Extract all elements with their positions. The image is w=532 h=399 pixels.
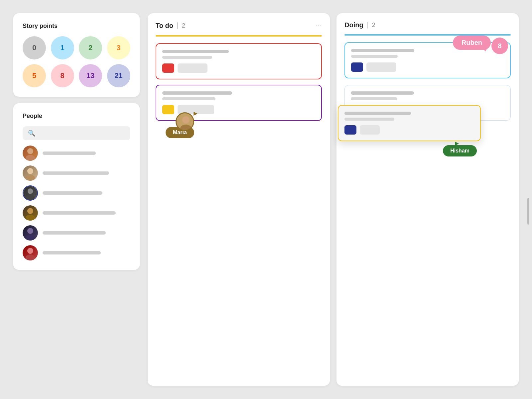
todo-card-2-wrapper: ► Maria — [156, 85, 322, 121]
task-title-bar — [351, 91, 414, 95]
scrollbar-thumb[interactable] — [527, 198, 529, 225]
task-tag — [162, 105, 174, 114]
list-item[interactable] — [23, 205, 130, 221]
list-item[interactable] — [23, 146, 130, 161]
todo-column: To do 2 ··· — [148, 13, 330, 386]
svg-point-9 — [26, 235, 35, 241]
person-name-bar — [43, 211, 116, 215]
story-point-3[interactable]: 3 — [107, 36, 130, 59]
task-tag-row — [162, 63, 315, 73]
list-item[interactable] — [23, 245, 130, 260]
person-list — [23, 146, 130, 260]
doing-column-header: Doing 2 — [344, 21, 511, 29]
avatar — [23, 185, 38, 201]
people-card: People 🔍 — [13, 103, 140, 270]
person-name-bar — [43, 231, 106, 235]
avatar — [23, 245, 38, 260]
svg-point-6 — [27, 208, 33, 214]
story-point-2[interactable]: 2 — [79, 36, 102, 59]
task-tag-bar — [178, 63, 207, 73]
doing-column: Doing 2 Ruben 8 ► — [336, 13, 519, 386]
list-item[interactable] — [23, 165, 130, 181]
todo-count: 2 — [182, 22, 185, 29]
story-point-13[interactable]: 13 — [79, 64, 102, 87]
column-separator — [367, 22, 368, 29]
svg-point-4 — [28, 188, 33, 194]
maria-avatar-wrapper: ► — [176, 112, 194, 131]
dragged-task-subtitle-bar — [344, 118, 394, 121]
main-container: Story points 0 1 2 3 5 8 13 21 People 🔍 — [0, 0, 532, 399]
svg-point-2 — [27, 168, 33, 174]
avatar — [23, 205, 38, 221]
doing-title: Doing — [344, 21, 363, 29]
maria-avatar — [176, 112, 194, 131]
person-name-bar — [43, 191, 102, 195]
people-search-box[interactable]: 🔍 — [23, 126, 130, 140]
maria-cursor-icon: ► — [192, 110, 199, 117]
story-points-card: Story points 0 1 2 3 5 8 13 21 — [13, 13, 140, 97]
task-subtitle-bar — [351, 55, 398, 58]
svg-point-10 — [27, 248, 33, 254]
avatar — [23, 165, 38, 181]
list-item[interactable] — [23, 225, 130, 241]
task-tag-row — [351, 62, 504, 72]
hisham-badge: Hisham — [443, 145, 477, 156]
person-name-bar — [43, 251, 101, 254]
story-point-1[interactable]: 1 — [51, 36, 74, 59]
task-title-bar — [351, 49, 414, 52]
task-subtitle-bar — [351, 97, 397, 100]
story-point-8[interactable]: 8 — [51, 64, 74, 87]
people-title: People — [23, 113, 130, 120]
task-tag-row — [344, 125, 474, 135]
doing-count: 2 — [372, 22, 375, 29]
task-tag — [351, 62, 363, 72]
task-tag — [162, 63, 174, 73]
scrollbar-track[interactable] — [527, 33, 529, 389]
todo-column-header: To do 2 ··· — [156, 21, 322, 30]
story-points-grid: 0 1 2 3 5 8 13 21 — [23, 36, 130, 87]
kanban-area: To do 2 ··· — [148, 13, 519, 386]
story-point-21[interactable]: 21 — [107, 64, 130, 87]
avatar — [23, 225, 38, 241]
story-point-5[interactable]: 5 — [23, 64, 46, 87]
dragged-card[interactable]: ► Hisham — [338, 105, 481, 141]
svg-point-8 — [27, 228, 33, 234]
list-item[interactable] — [23, 185, 130, 201]
todo-title: To do — [156, 22, 173, 30]
svg-point-5 — [26, 195, 35, 201]
svg-point-0 — [27, 148, 33, 154]
task-title-bar — [162, 91, 232, 95]
person-name-bar — [43, 151, 96, 155]
svg-point-11 — [26, 254, 35, 260]
svg-point-3 — [26, 175, 35, 181]
task-subtitle-bar — [162, 56, 212, 59]
svg-point-7 — [26, 215, 35, 221]
task-subtitle-bar — [162, 97, 215, 100]
svg-point-13 — [180, 125, 192, 131]
task-tag-bar — [360, 125, 380, 135]
story-point-0[interactable]: 0 — [23, 36, 46, 59]
task-tag-bar — [366, 62, 396, 72]
avatar — [23, 146, 38, 161]
doing-card-1-wrapper: Ruben 8 ► — [344, 42, 511, 78]
dragged-task-title-bar — [344, 112, 411, 115]
doing-indicator — [344, 34, 511, 36]
search-icon: 🔍 — [28, 130, 35, 137]
todo-menu-button[interactable]: ··· — [316, 21, 322, 30]
column-separator — [177, 22, 178, 29]
story-points-title: Story points — [23, 23, 130, 30]
todo-card-1[interactable] — [156, 43, 322, 79]
svg-point-1 — [26, 155, 35, 161]
task-tag — [344, 125, 356, 135]
doing-card-2-wrapper: ► Hisham — [344, 85, 511, 121]
ruben-count-badge: 8 — [491, 38, 508, 54]
task-title-bar — [162, 50, 229, 53]
people-search-input[interactable] — [39, 130, 125, 136]
svg-point-12 — [182, 116, 190, 124]
todo-indicator — [156, 35, 322, 37]
person-name-bar — [43, 171, 109, 175]
left-panel: Story points 0 1 2 3 5 8 13 21 People 🔍 — [13, 13, 140, 270]
